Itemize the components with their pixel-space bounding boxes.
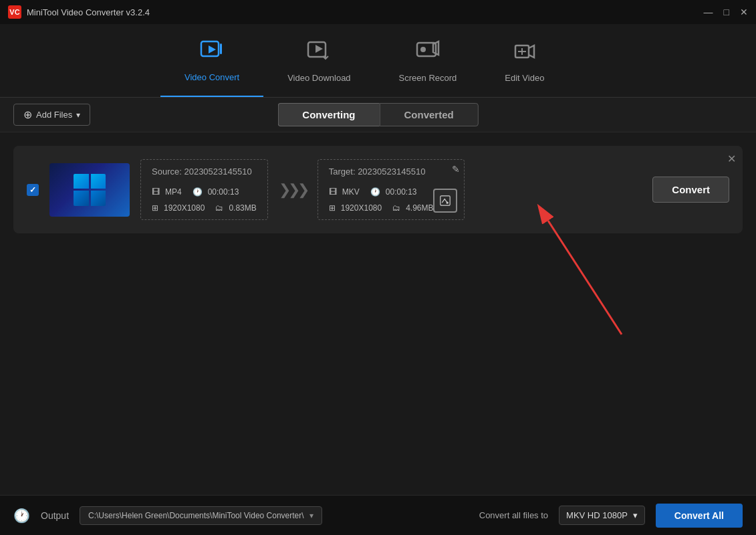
resolution-icon: ⊞	[152, 203, 158, 213]
clock-icon2: 🕐	[370, 187, 380, 197]
svg-line-12	[548, 221, 622, 334]
size-icon2: 🗂	[392, 203, 400, 213]
svg-point-10	[446, 202, 448, 204]
format-select-button[interactable]	[433, 189, 457, 213]
tab-video-download-label: Video Download	[287, 73, 350, 83]
video-convert-icon	[200, 38, 224, 67]
minimize-button[interactable]: —	[704, 7, 713, 17]
target-info-box: Target: 20230523145510 🎞 MKV 🕐 00:00:13 …	[318, 159, 465, 220]
target-name: 20230523145510	[358, 167, 425, 177]
target-format: 🎞 MKV	[329, 187, 360, 197]
source-format-row: 🎞 MP4 🕐 00:00:13	[152, 183, 257, 197]
target-duration: 🕐 00:00:13	[370, 187, 417, 197]
film-icon2: 🎞	[329, 187, 337, 197]
convert-all-files-label: Convert all files to	[479, 510, 548, 520]
tab-video-download[interactable]: Video Download	[263, 24, 374, 97]
file-thumbnail	[49, 163, 130, 217]
format-selector-dropdown-icon: ▾	[633, 510, 638, 520]
svg-rect-2	[220, 43, 222, 54]
app-title: MiniTool Video Converter v3.2.4	[27, 7, 150, 17]
source-name: 20230523145510	[184, 167, 251, 177]
output-path-selector[interactable]: C:\Users\Helen Green\Documents\MiniTool …	[80, 506, 322, 525]
format-selector-value: MKV HD 1080P	[566, 510, 628, 520]
video-download-icon	[307, 39, 331, 68]
screen-record-icon	[416, 39, 440, 68]
size-icon: 🗂	[215, 203, 223, 213]
svg-rect-9	[440, 196, 450, 205]
source-duration: 🕐 00:00:13	[193, 187, 239, 197]
tab-edit-video[interactable]: Edit Video	[481, 24, 568, 97]
output-label: Output	[41, 510, 69, 521]
title-bar-controls: — □ ✕	[704, 7, 748, 17]
bottom-bar: 🕐 Output C:\Users\Helen Green\Documents\…	[0, 495, 756, 535]
output-path-text: C:\Users\Helen Green\Documents\MiniTool …	[88, 511, 304, 520]
resolution-icon2: ⊞	[329, 203, 336, 213]
app-logo: VC	[8, 5, 21, 19]
sub-tab-converting[interactable]: Converting	[277, 103, 379, 126]
output-clock-icon: 🕐	[13, 508, 30, 524]
target-label: Target: 20230523145510	[329, 167, 453, 177]
edit-target-button[interactable]: ✎	[452, 164, 460, 175]
target-size: 🗂 4.96MB	[392, 203, 433, 213]
source-size: 🗂 0.83MB	[215, 203, 256, 213]
conversion-arrow: ❯❯❯	[279, 181, 307, 199]
clock-icon: 🕐	[193, 187, 203, 197]
title-bar: VC MiniTool Video Converter v3.2.4 — □ ✕	[0, 0, 756, 24]
edit-video-icon	[513, 39, 537, 68]
add-files-dropdown-icon: ▾	[76, 110, 80, 120]
file-checkbox[interactable]	[27, 184, 39, 196]
file-card-close-button[interactable]: ✕	[727, 152, 736, 165]
close-button[interactable]: ✕	[740, 7, 748, 17]
tab-video-convert[interactable]: Video Convert	[160, 24, 263, 97]
add-files-icon: ⊕	[23, 108, 32, 121]
convert-all-button[interactable]: Convert All	[656, 504, 743, 528]
tab-screen-record-label: Screen Record	[399, 73, 457, 83]
svg-marker-1	[209, 45, 216, 54]
nav-tabs: Video Convert Video Download Screen Reco…	[0, 24, 756, 98]
tab-screen-record[interactable]: Screen Record	[375, 24, 481, 97]
toolbar: ⊕ Add Files ▾ Converting Converted	[0, 98, 756, 132]
convert-button[interactable]: Convert	[652, 177, 729, 203]
maximize-button[interactable]: □	[724, 7, 729, 17]
source-meta-row: ⊞ 1920X1080 🗂 0.83MB	[152, 199, 257, 213]
source-details: 🎞 MP4 🕐 00:00:13 ⊞ 1920X1080 🗂	[152, 183, 257, 213]
target-resolution: ⊞ 1920X1080	[329, 203, 382, 213]
source-label: Source: 20230523145510	[152, 167, 257, 177]
svg-marker-4	[316, 45, 323, 53]
tab-video-convert-label: Video Convert	[184, 72, 239, 82]
svg-point-7	[420, 47, 426, 52]
source-info-box: Source: 20230523145510 🎞 MP4 🕐 00:00:13 …	[140, 159, 268, 220]
win11-logo	[74, 174, 106, 206]
add-files-button[interactable]: ⊕ Add Files ▾	[13, 104, 90, 126]
file-card: Source: 20230523145510 🎞 MP4 🕐 00:00:13 …	[13, 146, 743, 233]
source-resolution: ⊞ 1920X1080	[152, 203, 205, 213]
output-path-dropdown-icon: ▾	[309, 511, 313, 520]
title-bar-left: VC MiniTool Video Converter v3.2.4	[8, 5, 150, 19]
format-selector[interactable]: MKV HD 1080P ▾	[559, 506, 645, 525]
tab-edit-video-label: Edit Video	[505, 73, 544, 83]
add-files-label: Add Files	[36, 110, 72, 120]
film-icon: 🎞	[152, 187, 160, 197]
source-format: 🎞 MP4	[152, 187, 182, 197]
sub-tab-converted[interactable]: Converted	[379, 103, 478, 126]
main-content: Source: 20230523145510 🎞 MP4 🕐 00:00:13 …	[0, 132, 756, 494]
